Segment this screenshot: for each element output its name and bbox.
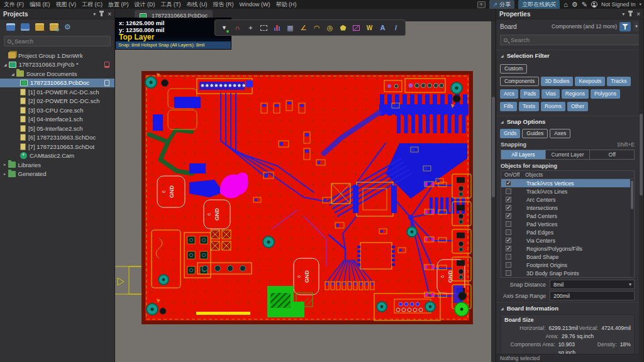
open-folder-icon[interactable]	[35, 23, 44, 31]
route-track-icon[interactable]: ∠	[297, 21, 310, 35]
refresh-folder-icon[interactable]	[50, 23, 58, 31]
checkbox[interactable]	[506, 189, 511, 194]
menu-help[interactable]: 帮助 (H)	[276, 1, 297, 8]
filter-arcs-button[interactable]: Arcs	[500, 89, 518, 99]
menu-project[interactable]: 工程 (C)	[82, 1, 103, 8]
object-filter-icon[interactable]	[619, 22, 631, 31]
region-icon[interactable]	[350, 21, 363, 35]
menu-view[interactable]: 视图 (V)	[56, 1, 77, 8]
menu-route[interactable]: 布线 (U)	[187, 1, 208, 8]
menu-tools[interactable]: 工具 (T)	[161, 1, 181, 8]
tree-item-sch3[interactable]: [3] 03-CPU Core.sch	[0, 106, 114, 115]
tree-item-source-documents[interactable]: Source Documents	[0, 69, 114, 79]
checkbox[interactable]	[506, 270, 511, 276]
tree-item-camtastic[interactable]: CAMtastic2.Cam	[0, 151, 114, 161]
via-icon[interactable]: ◎	[323, 21, 336, 35]
tree-item-sch5[interactable]: [5] 05-Interface2.sch	[0, 124, 114, 133]
filter-components-button[interactable]: Components	[500, 77, 539, 86]
pen-icon[interactable]: ✎	[582, 1, 587, 8]
menu-edit[interactable]: 编辑 (E)	[30, 1, 50, 8]
home-icon[interactable]: ⌂	[564, 1, 568, 8]
text-string-icon[interactable]: A	[376, 21, 389, 35]
compile-icon[interactable]	[21, 23, 30, 31]
tree-item-generated[interactable]: Generated	[0, 170, 114, 179]
section-selection-filter[interactable]: Selection Filter	[496, 50, 639, 60]
checkbox[interactable]	[506, 180, 511, 186]
snap-row-intersections[interactable]: Intersections	[501, 204, 634, 212]
checkbox[interactable]	[506, 262, 511, 268]
selection-rect-icon[interactable]	[257, 21, 270, 35]
filter-custom-button[interactable]: Custom	[500, 64, 527, 74]
snap-row-arc-centers[interactable]: Arc Centers	[501, 195, 634, 204]
properties-scrollbar[interactable]	[639, 19, 643, 362]
snap-row-pad-vertices[interactable]: Pad Vertices	[501, 220, 634, 228]
filter-polygons-button[interactable]: Polygons	[591, 89, 620, 99]
checkbox[interactable]	[506, 229, 511, 235]
axis-snap-range-input[interactable]: 200mil	[550, 291, 635, 300]
menu-place[interactable]: 放置 (P)	[108, 1, 129, 8]
filter-regions-button[interactable]: Regions	[562, 89, 589, 99]
snap-row-regions-polygons-fills[interactable]: Regions/Polygons/Fills	[501, 244, 634, 253]
snap-row-3d-body-snap-points[interactable]: 3D Body Snap Points	[501, 269, 634, 277]
filter-3dbodies-button[interactable]: 3D Bodies	[541, 77, 573, 86]
snap-row-track-arcs-vertices[interactable]: Track/Arcs Vertices	[501, 179, 634, 187]
filter-other-button[interactable]: Other	[567, 102, 588, 111]
table-scrollbar[interactable]	[630, 179, 634, 277]
filter-fills-button[interactable]: Fills	[500, 102, 517, 111]
tree-item-sch2[interactable]: [2] 02-POWER DC-DC.sch	[0, 97, 114, 106]
snap-axes-button[interactable]: Axes	[550, 129, 570, 138]
dimension-icon[interactable]: W	[363, 21, 376, 35]
filter-icon[interactable]: ▼	[218, 21, 231, 35]
snap-row-board-shape[interactable]: Board Shape	[501, 253, 634, 261]
snap-row-pad-edges[interactable]: Pad Edges	[501, 228, 634, 236]
gear-icon[interactable]: ⚙	[572, 1, 578, 8]
panel-dropdown-icon[interactable]: ▾	[93, 11, 96, 17]
section-board-information[interactable]: Board Information	[496, 302, 639, 313]
checkbox[interactable]	[506, 213, 511, 219]
pcb-editor-canvas[interactable]: 17872310663.PcbDoc x: 12625.000 mil y: 1…	[115, 9, 496, 362]
tree-item-sch1[interactable]: [1] 01-POWER AC-DC.sch	[0, 87, 114, 97]
filter-tracks-button[interactable]: Tracks	[607, 77, 630, 86]
signin-label[interactable]: Not Signed In	[601, 1, 636, 8]
properties-search-input[interactable]	[511, 36, 636, 43]
panel-pin-icon[interactable]	[630, 12, 631, 16]
tree-item-libraries[interactable]: Libraries	[0, 160, 114, 170]
menu-design[interactable]: 设计 (D)	[135, 1, 155, 8]
projects-search-input[interactable]	[14, 38, 107, 45]
mode-current-layer[interactable]: Current Layer	[546, 150, 591, 159]
filter-keepouts-button[interactable]: Keepouts	[575, 77, 605, 86]
magnet-snap-icon[interactable]: ∩	[231, 21, 244, 35]
arc-icon[interactable]: ◠	[310, 21, 323, 35]
checkbox[interactable]	[506, 238, 511, 243]
tree-item-prjpcb[interactable]: 17872310663.PrjPcb *	[0, 60, 114, 70]
checkbox[interactable]	[506, 221, 511, 227]
snap-row-pad-centers[interactable]: Pad Centers	[501, 212, 634, 220]
checkbox[interactable]	[506, 205, 511, 211]
filter-vias-button[interactable]: Vias	[541, 89, 559, 99]
tree-item-sch6[interactable]: [6] 17872310663.SchDoc	[0, 133, 114, 143]
checkbox[interactable]	[506, 246, 511, 251]
checkbox[interactable]	[506, 254, 511, 260]
line-icon[interactable]: /	[389, 21, 402, 35]
mode-all-layers[interactable]: All Layers	[501, 150, 546, 159]
tree-item-sch4[interactable]: [4] 04-Interface1.sch	[0, 115, 114, 124]
add-icon[interactable]: +	[477, 1, 486, 8]
filter-rooms-button[interactable]: Rooms	[541, 102, 565, 111]
pad-grid-icon[interactable]: ▦	[284, 21, 297, 35]
snap-row-track-arcs-lines[interactable]: Track/Arcs Lines	[501, 187, 634, 195]
pcb-board-view[interactable]: 6 GND 6 GND 6 GND 6 GND	[115, 9, 496, 362]
snap-row-via-centers[interactable]: Via Centers	[501, 236, 634, 244]
filter-texts-button[interactable]: Texts	[519, 102, 539, 111]
signin-caret-icon[interactable]: ▾	[639, 2, 641, 7]
user-avatar-icon[interactable]	[591, 1, 597, 8]
polygon-pour-icon[interactable]	[336, 21, 350, 35]
share-button[interactable]: ↗分享	[489, 0, 515, 9]
snap-grids-button[interactable]: Grids	[500, 129, 520, 138]
crosshair-icon[interactable]: +	[244, 21, 257, 35]
mode-off[interactable]: Off	[590, 150, 634, 159]
projects-search[interactable]	[4, 36, 111, 47]
project-options-gear-icon[interactable]: ⚙	[64, 23, 71, 31]
chart-icon[interactable]	[270, 21, 284, 35]
panel-close-icon[interactable]: ×	[108, 11, 111, 18]
snap-distance-dropdown[interactable]: 8mil	[550, 280, 635, 289]
